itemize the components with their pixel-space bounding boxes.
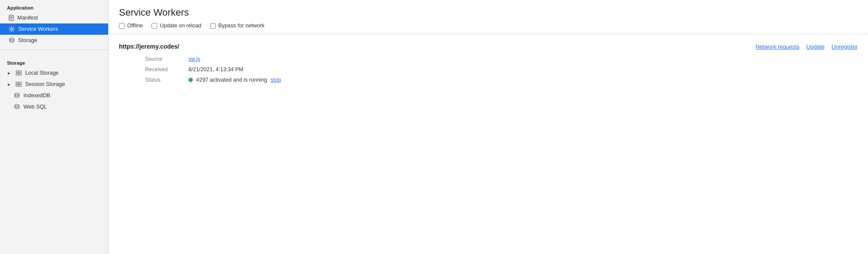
options-row: Offline Update on reload Bypass for netw… xyxy=(119,23,858,29)
gear-icon xyxy=(9,26,15,32)
sidebar-item-web-sql[interactable]: Web SQL xyxy=(0,101,108,112)
session-storage-grid-icon xyxy=(16,82,22,87)
svg-rect-9 xyxy=(19,73,21,75)
source-value: sw.js xyxy=(188,56,858,62)
sidebar-item-storage-label: Storage xyxy=(18,37,37,43)
svg-point-5 xyxy=(10,38,14,40)
sw-actions: Network requests Update Unregister xyxy=(756,43,858,50)
offline-checkbox-item[interactable]: Offline xyxy=(119,23,143,29)
arrow-right-icon: ► xyxy=(7,71,11,76)
status-indicator xyxy=(188,78,193,82)
bypass-for-network-checkbox-item[interactable]: Bypass for network xyxy=(210,23,264,29)
svg-rect-13 xyxy=(19,85,21,86)
update-on-reload-checkbox[interactable] xyxy=(152,23,157,29)
update-on-reload-label: Update on reload xyxy=(160,23,201,29)
svg-point-14 xyxy=(15,93,19,95)
sidebar-item-storage[interactable]: Storage xyxy=(0,35,108,46)
status-text: #297 activated and is running xyxy=(196,77,267,83)
sidebar-item-indexed-db-label: IndexedDB xyxy=(23,92,50,99)
sidebar-item-manifest-label: Manifest xyxy=(17,15,38,21)
main-content: Service Workers Offline Update on reload… xyxy=(109,0,868,254)
sidebar-item-web-sql-label: Web SQL xyxy=(23,104,47,110)
offline-checkbox[interactable] xyxy=(119,23,125,29)
network-requests-link[interactable]: Network requests xyxy=(756,43,799,50)
svg-rect-6 xyxy=(16,71,18,73)
sidebar-item-local-storage[interactable]: ► Local Storage xyxy=(0,67,108,79)
application-section-label: Application xyxy=(0,0,108,12)
sw-details: Source sw.js Received 8/21/2021, 4:13:34… xyxy=(119,56,858,83)
indexed-db-icon xyxy=(14,92,20,99)
svg-rect-10 xyxy=(16,82,18,84)
offline-label: Offline xyxy=(127,23,143,29)
sw-url-row: https://jeremy.codes/ Network requests U… xyxy=(119,43,858,50)
storage-db-icon xyxy=(9,37,15,43)
bypass-for-network-label: Bypass for network xyxy=(218,23,264,29)
unregister-link[interactable]: Unregister xyxy=(832,43,858,50)
storage-section-label: Storage xyxy=(0,55,108,67)
bypass-for-network-checkbox[interactable] xyxy=(210,23,216,29)
svg-rect-8 xyxy=(16,73,18,75)
web-sql-icon xyxy=(14,104,20,110)
page-title: Service Workers xyxy=(119,7,858,18)
main-header: Service Workers Offline Update on reload… xyxy=(109,0,868,34)
svg-rect-7 xyxy=(19,71,21,73)
received-value: 8/21/2021, 4:13:34 PM xyxy=(188,66,858,73)
status-label: Status xyxy=(145,77,188,83)
sidebar-item-session-storage[interactable]: ► Session Storage xyxy=(0,79,108,90)
svg-point-4 xyxy=(11,28,13,30)
update-on-reload-checkbox-item[interactable]: Update on reload xyxy=(152,23,201,29)
arrow-right-session-icon: ► xyxy=(7,82,11,87)
doc-icon xyxy=(9,15,14,21)
received-label: Received xyxy=(145,66,188,73)
sw-url: https://jeremy.codes/ xyxy=(119,43,179,50)
svg-rect-12 xyxy=(16,85,18,86)
svg-point-15 xyxy=(15,105,19,106)
sidebar-item-local-storage-label: Local Storage xyxy=(25,70,59,76)
service-worker-entry: https://jeremy.codes/ Network requests U… xyxy=(109,34,868,92)
sidebar-item-service-workers-label: Service Workers xyxy=(18,26,58,32)
update-link[interactable]: Update xyxy=(806,43,825,50)
sidebar-item-manifest[interactable]: Manifest xyxy=(0,12,108,23)
status-value: #297 activated and is running stop xyxy=(188,77,858,83)
local-storage-grid-icon xyxy=(16,70,22,76)
sidebar-divider xyxy=(0,49,108,50)
svg-rect-11 xyxy=(19,82,21,84)
sidebar-item-service-workers[interactable]: Service Workers xyxy=(0,23,108,35)
received-date: 8/21/2021, 4:13:34 PM xyxy=(188,66,243,73)
sidebar-item-session-storage-label: Session Storage xyxy=(25,81,65,87)
stop-link[interactable]: stop xyxy=(271,77,281,83)
sidebar-item-indexed-db[interactable]: IndexedDB xyxy=(0,90,108,101)
sidebar: Application Manifest Service Workers xyxy=(0,0,109,254)
source-label: Source xyxy=(145,56,188,62)
source-file-link[interactable]: sw.js xyxy=(188,56,200,62)
